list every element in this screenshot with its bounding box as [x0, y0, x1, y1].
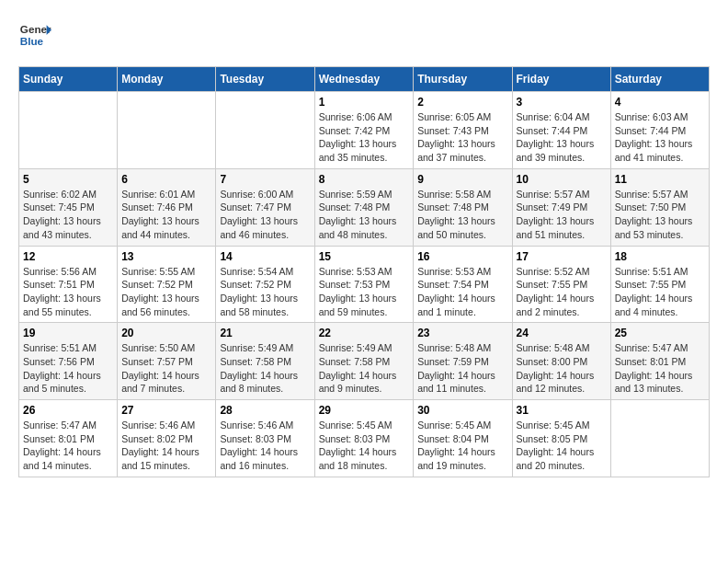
- day-info: Sunrise: 5:57 AMSunset: 7:49 PMDaylight:…: [517, 188, 607, 242]
- calendar-cell: 5Sunrise: 6:02 AMSunset: 7:45 PMDaylight…: [19, 168, 118, 246]
- calendar-cell: [216, 92, 314, 169]
- weekday-header-sunday: Sunday: [19, 67, 118, 92]
- day-number: 30: [417, 404, 507, 417]
- day-number: 7: [220, 173, 310, 186]
- calendar-cell: 7Sunrise: 6:00 AMSunset: 7:47 PMDaylight…: [216, 168, 314, 246]
- logo-icon: General Blue: [18, 18, 51, 52]
- day-info: Sunrise: 6:05 AMSunset: 7:43 PMDaylight:…: [417, 110, 507, 165]
- calendar-week-3: 12Sunrise: 5:56 AMSunset: 7:51 PMDayligh…: [19, 246, 710, 323]
- day-info: Sunrise: 5:53 AMSunset: 7:54 PMDaylight:…: [417, 265, 507, 319]
- calendar-cell: 21Sunrise: 5:49 AMSunset: 7:58 PMDayligh…: [216, 323, 314, 400]
- day-number: 27: [121, 404, 211, 417]
- calendar-cell: [118, 92, 216, 169]
- calendar-cell: 26Sunrise: 5:47 AMSunset: 8:01 PMDayligh…: [19, 400, 118, 477]
- day-number: 4: [615, 96, 705, 109]
- calendar-cell: 18Sunrise: 5:51 AMSunset: 7:55 PMDayligh…: [610, 246, 709, 323]
- day-info: Sunrise: 5:46 AMSunset: 8:02 PMDaylight:…: [121, 419, 211, 473]
- calendar-table: SundayMondayTuesdayWednesdayThursdayFrid…: [18, 66, 710, 477]
- calendar-cell: 2Sunrise: 6:05 AMSunset: 7:43 PMDaylight…: [414, 92, 512, 169]
- day-info: Sunrise: 5:48 AMSunset: 8:00 PMDaylight:…: [517, 341, 607, 396]
- calendar-cell: 27Sunrise: 5:46 AMSunset: 8:02 PMDayligh…: [118, 400, 216, 477]
- calendar-cell: 22Sunrise: 5:49 AMSunset: 7:58 PMDayligh…: [314, 323, 414, 400]
- day-number: 31: [517, 404, 607, 417]
- calendar-cell: 6Sunrise: 6:01 AMSunset: 7:46 PMDaylight…: [118, 168, 216, 246]
- calendar-cell: 11Sunrise: 5:57 AMSunset: 7:50 PMDayligh…: [610, 168, 709, 246]
- logo: General Blue: [18, 18, 51, 52]
- weekday-header-monday: Monday: [118, 67, 216, 92]
- day-info: Sunrise: 5:54 AMSunset: 7:52 PMDaylight:…: [220, 265, 310, 319]
- day-number: 17: [517, 250, 607, 263]
- day-info: Sunrise: 5:45 AMSunset: 8:05 PMDaylight:…: [517, 419, 607, 473]
- day-number: 2: [417, 96, 507, 109]
- day-info: Sunrise: 5:57 AMSunset: 7:50 PMDaylight:…: [615, 188, 705, 242]
- calendar-cell: 17Sunrise: 5:52 AMSunset: 7:55 PMDayligh…: [512, 246, 610, 323]
- calendar-cell: 31Sunrise: 5:45 AMSunset: 8:05 PMDayligh…: [512, 400, 610, 477]
- day-number: 29: [319, 404, 410, 417]
- calendar-cell: 13Sunrise: 5:55 AMSunset: 7:52 PMDayligh…: [118, 246, 216, 323]
- day-info: Sunrise: 5:53 AMSunset: 7:53 PMDaylight:…: [319, 265, 410, 319]
- day-number: 22: [319, 327, 410, 339]
- calendar-cell: 8Sunrise: 5:59 AMSunset: 7:48 PMDaylight…: [314, 168, 414, 246]
- day-info: Sunrise: 6:04 AMSunset: 7:44 PMDaylight:…: [517, 110, 607, 165]
- day-number: 6: [121, 173, 211, 186]
- calendar-cell: [610, 400, 709, 477]
- calendar-body: 1Sunrise: 6:06 AMSunset: 7:42 PMDaylight…: [19, 92, 710, 477]
- day-number: 15: [319, 250, 410, 263]
- day-info: Sunrise: 5:59 AMSunset: 7:48 PMDaylight:…: [319, 188, 410, 242]
- calendar-header: SundayMondayTuesdayWednesdayThursdayFrid…: [19, 67, 710, 92]
- day-info: Sunrise: 5:47 AMSunset: 8:01 PMDaylight:…: [23, 419, 113, 473]
- page-header: General Blue: [18, 18, 710, 52]
- calendar-cell: 30Sunrise: 5:45 AMSunset: 8:04 PMDayligh…: [414, 400, 512, 477]
- calendar-cell: 3Sunrise: 6:04 AMSunset: 7:44 PMDaylight…: [512, 92, 610, 169]
- day-number: 21: [220, 327, 310, 339]
- calendar-week-2: 5Sunrise: 6:02 AMSunset: 7:45 PMDaylight…: [19, 168, 710, 246]
- day-number: 25: [615, 327, 705, 339]
- day-number: 13: [121, 250, 211, 263]
- day-info: Sunrise: 5:49 AMSunset: 7:58 PMDaylight:…: [220, 341, 310, 396]
- day-number: 23: [417, 327, 507, 339]
- weekday-header-saturday: Saturday: [610, 67, 709, 92]
- day-info: Sunrise: 6:06 AMSunset: 7:42 PMDaylight:…: [319, 110, 410, 165]
- weekday-header-tuesday: Tuesday: [216, 67, 314, 92]
- calendar-cell: 12Sunrise: 5:56 AMSunset: 7:51 PMDayligh…: [19, 246, 118, 323]
- weekday-row: SundayMondayTuesdayWednesdayThursdayFrid…: [19, 67, 710, 92]
- day-number: 3: [517, 96, 607, 109]
- day-number: 18: [615, 250, 705, 263]
- calendar-cell: 25Sunrise: 5:47 AMSunset: 8:01 PMDayligh…: [610, 323, 709, 400]
- day-number: 8: [319, 173, 410, 186]
- day-number: 1: [319, 96, 410, 109]
- calendar-week-1: 1Sunrise: 6:06 AMSunset: 7:42 PMDaylight…: [19, 92, 710, 169]
- day-number: 11: [615, 173, 705, 186]
- day-number: 26: [23, 404, 113, 417]
- day-number: 14: [220, 250, 310, 263]
- weekday-header-wednesday: Wednesday: [314, 67, 414, 92]
- day-info: Sunrise: 5:46 AMSunset: 8:03 PMDaylight:…: [220, 419, 310, 473]
- day-number: 9: [417, 173, 507, 186]
- calendar-cell: 10Sunrise: 5:57 AMSunset: 7:49 PMDayligh…: [512, 168, 610, 246]
- day-number: 19: [23, 327, 113, 339]
- day-number: 20: [121, 327, 211, 339]
- day-number: 24: [517, 327, 607, 339]
- day-info: Sunrise: 5:52 AMSunset: 7:55 PMDaylight:…: [517, 265, 607, 319]
- day-info: Sunrise: 5:56 AMSunset: 7:51 PMDaylight:…: [23, 265, 113, 319]
- day-info: Sunrise: 6:01 AMSunset: 7:46 PMDaylight:…: [121, 188, 211, 242]
- day-info: Sunrise: 5:47 AMSunset: 8:01 PMDaylight:…: [615, 341, 705, 396]
- calendar-cell: 1Sunrise: 6:06 AMSunset: 7:42 PMDaylight…: [314, 92, 414, 169]
- calendar-cell: 19Sunrise: 5:51 AMSunset: 7:56 PMDayligh…: [19, 323, 118, 400]
- weekday-header-thursday: Thursday: [414, 67, 512, 92]
- day-info: Sunrise: 5:45 AMSunset: 8:04 PMDaylight:…: [417, 419, 507, 473]
- calendar-week-5: 26Sunrise: 5:47 AMSunset: 8:01 PMDayligh…: [19, 400, 710, 477]
- day-number: 28: [220, 404, 310, 417]
- day-number: 10: [517, 173, 607, 186]
- calendar-cell: 24Sunrise: 5:48 AMSunset: 8:00 PMDayligh…: [512, 323, 610, 400]
- calendar-cell: [19, 92, 118, 169]
- calendar-cell: 28Sunrise: 5:46 AMSunset: 8:03 PMDayligh…: [216, 400, 314, 477]
- day-number: 5: [23, 173, 113, 186]
- calendar-week-4: 19Sunrise: 5:51 AMSunset: 7:56 PMDayligh…: [19, 323, 710, 400]
- day-number: 12: [23, 250, 113, 263]
- day-info: Sunrise: 5:45 AMSunset: 8:03 PMDaylight:…: [319, 419, 410, 473]
- calendar-cell: 29Sunrise: 5:45 AMSunset: 8:03 PMDayligh…: [314, 400, 414, 477]
- calendar-cell: 14Sunrise: 5:54 AMSunset: 7:52 PMDayligh…: [216, 246, 314, 323]
- day-info: Sunrise: 6:00 AMSunset: 7:47 PMDaylight:…: [220, 188, 310, 242]
- calendar-cell: 9Sunrise: 5:58 AMSunset: 7:48 PMDaylight…: [414, 168, 512, 246]
